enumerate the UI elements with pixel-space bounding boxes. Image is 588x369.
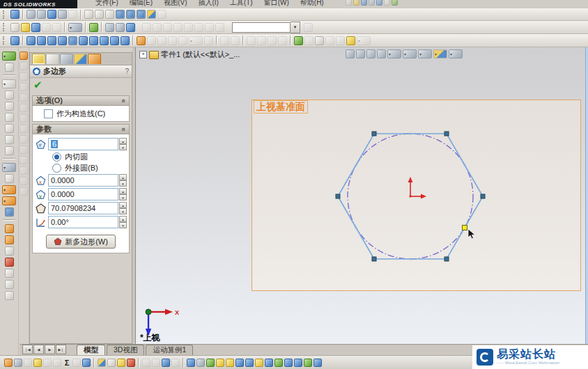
centerpoint-arc-icon[interactable] <box>5 124 14 133</box>
display-mode-icon[interactable] <box>147 10 156 19</box>
construction-geometry-icon[interactable] <box>5 258 14 267</box>
realview-icon[interactable] <box>157 10 167 19</box>
menu-window[interactable]: 窗口(W) <box>264 0 289 8</box>
sketch-fillet-icon[interactable] <box>5 146 14 155</box>
combo-dropdown-icon[interactable]: ▾ <box>291 22 300 33</box>
zoom-area-icon[interactable] <box>37 10 46 19</box>
linear-pattern-icon[interactable] <box>110 36 119 45</box>
hide-show-items-icon[interactable] <box>418 49 432 58</box>
scroll-last-button[interactable] <box>56 345 66 354</box>
dome-icon[interactable] <box>168 36 177 45</box>
statistics-icon[interactable] <box>107 359 116 367</box>
filter-edges-dis-icon[interactable] <box>171 359 180 367</box>
design-table-icon[interactable] <box>220 36 229 45</box>
center-x-spinner[interactable]: ▴▾ <box>119 174 127 187</box>
performance-clock-icon[interactable] <box>117 359 125 367</box>
sketch-entity-icon[interactable] <box>10 10 20 19</box>
sketch-pencil-icon[interactable] <box>121 36 130 45</box>
win-select-icon[interactable] <box>384 0 390 6</box>
filter-plane-icon[interactable] <box>226 359 234 367</box>
filter-dimension-icon[interactable] <box>245 359 254 367</box>
filter-solid-icon[interactable] <box>206 359 215 367</box>
expand-tree-icon[interactable] <box>139 51 147 58</box>
angle-input[interactable]: 0.00° <box>48 216 118 228</box>
material-item-icon[interactable] <box>20 104 28 112</box>
toolbar-grip[interactable] <box>3 36 7 45</box>
smart-dimension-icon[interactable] <box>2 163 16 172</box>
origin-item-icon[interactable] <box>20 146 28 154</box>
inscribed-radio[interactable] <box>52 152 61 162</box>
rebuild-icon[interactable] <box>89 23 98 32</box>
top-plane-item-icon[interactable] <box>20 125 28 133</box>
compare-icon[interactable] <box>127 359 135 367</box>
add-relation-icon[interactable] <box>5 174 14 183</box>
file-properties-icon[interactable] <box>33 359 42 367</box>
options-section-header[interactable]: 选项(O) <box>32 95 130 106</box>
straight-slot-icon[interactable] <box>5 102 14 111</box>
center-y-spinner[interactable]: ▴▾ <box>119 188 127 201</box>
circumscribed-radio[interactable] <box>52 164 61 173</box>
filter-point-icon[interactable] <box>235 359 244 367</box>
shaded-with-edges-icon[interactable] <box>116 10 125 19</box>
ruler-status-icon[interactable] <box>24 359 32 367</box>
previous-view-icon[interactable] <box>68 10 77 19</box>
swept-boss-icon[interactable] <box>47 36 56 45</box>
filter-weld-icon[interactable] <box>274 359 283 367</box>
surface-bodies-icon[interactable] <box>20 93 28 102</box>
make-drawing-icon[interactable] <box>42 23 51 32</box>
win-rebuild-icon[interactable] <box>392 0 398 6</box>
costing-icon[interactable] <box>53 359 61 367</box>
fillet-icon[interactable] <box>100 36 109 45</box>
scroll-next-button[interactable] <box>45 345 55 354</box>
property-manager-tab-icon[interactable] <box>32 54 45 64</box>
filter-off-1-icon[interactable] <box>142 359 150 367</box>
measure-dis-icon[interactable] <box>72 359 81 367</box>
zoom-area-hud-icon[interactable] <box>356 49 365 58</box>
filter-surface-icon[interactable] <box>196 359 205 367</box>
apply-scene-icon[interactable] <box>449 49 463 58</box>
sensors-icon[interactable] <box>98 359 106 367</box>
filter-balloon-icon[interactable] <box>284 359 293 367</box>
polygon-sketch[interactable] <box>309 104 518 285</box>
magnifying-glass-icon[interactable] <box>366 49 376 58</box>
menu-insert[interactable]: 插入(I) <box>198 0 218 8</box>
annotation-icon[interactable] <box>126 23 135 32</box>
solid-bodies-icon[interactable] <box>20 83 28 91</box>
filter-faces-icon[interactable] <box>187 359 195 367</box>
shaded-icon[interactable] <box>126 10 135 19</box>
feature-tree-tab-icon[interactable] <box>46 54 59 64</box>
edit-sketch-icon[interactable] <box>294 36 303 45</box>
grid-snap-icon[interactable] <box>116 23 125 32</box>
tab-motion-study[interactable]: 运动算例1 <box>146 345 193 355</box>
lofted-boss-icon[interactable] <box>58 36 67 45</box>
extruded-boss-icon[interactable] <box>26 36 36 45</box>
lights-folder-icon[interactable] <box>20 187 28 196</box>
edit-appearance-std-icon[interactable] <box>142 23 151 32</box>
hidden-lines-removed-icon[interactable] <box>105 10 114 19</box>
angle-spinner[interactable]: ▴▾ <box>119 216 127 228</box>
filter-note-icon[interactable] <box>265 359 273 367</box>
trim-entities-icon[interactable] <box>5 269 14 278</box>
zoom-fit-hud-icon[interactable] <box>346 49 355 58</box>
display-style-icon[interactable] <box>403 49 417 58</box>
format-painter-icon[interactable] <box>14 359 22 367</box>
front-plane-item-icon[interactable] <box>20 114 28 123</box>
curve-composite-icon[interactable] <box>257 36 266 45</box>
construction-checkbox[interactable] <box>44 109 53 118</box>
menu-file[interactable]: 文件(F) <box>95 0 118 8</box>
sketch-text-icon[interactable] <box>5 246 14 256</box>
make-assembly-icon[interactable] <box>52 23 61 32</box>
win-open-icon[interactable] <box>353 0 359 6</box>
mirror-feature-icon[interactable] <box>178 36 187 45</box>
toolbar-grip[interactable] <box>3 23 7 31</box>
diameter-input[interactable]: 70.07908234 <box>48 202 118 214</box>
dimxpert-tab-icon[interactable] <box>74 54 87 64</box>
shell-icon[interactable] <box>137 36 146 45</box>
grid-settings-icon[interactable] <box>336 36 345 45</box>
equations-folder-icon[interactable] <box>20 177 28 185</box>
wrap-icon[interactable] <box>204 36 213 45</box>
design-binder-icon[interactable] <box>20 62 28 70</box>
walkthrough-icon[interactable] <box>205 23 214 32</box>
sketch-icon[interactable] <box>2 52 16 61</box>
move-entities-icon[interactable] <box>5 291 14 300</box>
